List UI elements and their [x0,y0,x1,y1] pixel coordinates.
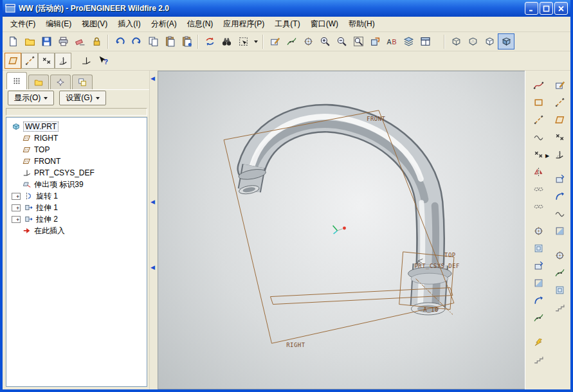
tree-row-extrude-2[interactable]: + 拉伸 2 [8,213,147,225]
datum-plane-button[interactable] [551,77,568,93]
hole-tool-2-button[interactable] [551,247,568,263]
tab-folder-browser[interactable] [28,75,49,89]
shell-tool-2-button[interactable] [551,282,568,298]
menu-info[interactable]: 信息(N) [182,17,219,31]
reorient-button[interactable] [367,33,383,49]
faucet-model[interactable] [238,117,451,315]
menu-edit[interactable]: 编辑(E) [41,17,77,31]
hole-tool-button[interactable] [530,223,547,239]
context-help-button[interactable] [95,53,111,69]
collapse-panel-arrow[interactable]: ◀ [150,76,155,82]
section-sweep-button[interactable] [530,310,547,326]
round-tool-button[interactable] [530,292,547,308]
style-tool-button[interactable] [530,352,547,368]
find-button[interactable] [218,33,235,49]
maximize-button[interactable] [540,2,553,15]
sketched-curve-button[interactable] [530,94,547,111]
datum-axis-display-button[interactable] [283,33,300,49]
regenerate-button[interactable] [201,33,218,49]
tab-model-tree[interactable] [6,72,27,89]
menu-tools[interactable]: 工具(T) [269,17,305,31]
menu-insert[interactable]: 插入(I) [113,17,145,31]
tree-row-extrude-1[interactable]: + 拉伸 1 [8,202,147,213]
sketch-tool-button[interactable] [551,112,568,128]
draft-tool-button[interactable] [530,258,547,274]
merge-geometry-button[interactable] [530,199,547,215]
datum-curve-tool-button[interactable] [78,53,95,69]
tree-row-part[interactable]: WW.PRT [8,121,147,132]
datum-label-axis[interactable]: A_10 [423,307,438,313]
annotation-button[interactable] [383,33,400,49]
datum-point-display-button[interactable] [300,33,316,49]
save-button[interactable] [38,33,55,49]
expand-toggle[interactable]: + [12,193,21,200]
show-dropdown-button[interactable]: 显示(O) [8,91,54,105]
refit-button[interactable] [350,33,367,49]
shell-tool-button[interactable] [530,240,547,256]
tree-row-insert-here[interactable]: 在此插入 [8,225,147,236]
redo-button[interactable] [128,33,145,49]
layers-button[interactable] [400,33,417,49]
tree-row-front-plane[interactable]: FRONT [8,156,147,167]
menu-applications[interactable]: 应用程序(P) [218,17,269,31]
menu-file[interactable]: 文件(F) [5,17,41,31]
settings-dropdown-button[interactable]: 设置(G) [59,91,105,105]
rib-tool-button[interactable] [551,299,568,316]
datum-label-right[interactable]: RIGHT [286,342,305,348]
datum-label-front[interactable]: FRONT [367,116,385,122]
tree-row-top-plane[interactable]: TOP [8,144,147,156]
shaded-button[interactable] [498,33,514,49]
menu-window[interactable]: 窗口(W) [305,17,343,31]
new-button[interactable] [5,33,21,49]
wrap-curve-button[interactable] [530,129,547,145]
3d-canvas[interactable]: FRONT TOP PRT_CSYS_DEF A_10 RIGHT [158,71,525,389]
datum-point-button[interactable] [551,129,568,145]
open-button[interactable] [21,33,38,49]
revolve-tool-button[interactable] [551,188,568,204]
copy-button[interactable] [145,33,161,49]
paste-button[interactable] [161,33,178,49]
minimize-button[interactable] [525,2,538,15]
tab-favorites[interactable] [50,75,71,89]
close-button[interactable] [554,2,568,15]
tree-row-revolve-1[interactable]: + 旋转 1 [8,190,147,202]
insert-datum-curve-button[interactable] [530,77,547,93]
menu-help[interactable]: 帮助(H) [343,17,380,31]
panel-splitter[interactable]: ◀ ◀ ◀ [149,71,158,389]
extrude-tool-button[interactable] [551,171,568,187]
datum-csys-tool-button[interactable] [55,53,71,69]
datum-plane-tool-button[interactable] [5,53,21,69]
sweep-tool-button[interactable] [551,206,568,222]
coordinate-system-button[interactable] [551,147,568,163]
print-button[interactable] [55,33,71,49]
hidden-line-button[interactable] [464,33,481,49]
graphics-viewport[interactable]: FRONT TOP PRT_CSYS_DEF A_10 RIGHT [158,71,525,389]
lock-button[interactable] [88,33,105,49]
select-filter-button[interactable] [235,33,251,49]
title-bar[interactable]: WW (活动的) - Pro/ENGINEER Wildfire 2.0 [3,0,570,17]
datum-points-button[interactable] [530,147,547,163]
menu-view[interactable]: 视图(V) [77,17,113,31]
datum-label-csys[interactable]: PRT_CSYS_DEF [415,263,460,269]
expand-toggle[interactable]: + [12,204,21,211]
boundary-blend-button[interactable] [530,334,547,350]
undo-button[interactable] [111,33,128,49]
blend-tool-button[interactable] [551,223,568,239]
tab-history[interactable] [72,75,93,89]
model-tree[interactable]: WW.PRT RIGHT TOP FRONT [6,117,147,387]
datum-plane-display-button[interactable] [266,33,283,49]
tree-row-right-plane[interactable]: RIGHT [8,132,147,144]
collapse-panel-arrow[interactable]: ◀ [150,199,155,205]
datum-point-tool-button[interactable] [38,53,55,69]
collapse-panel-arrow[interactable]: ◀ [150,265,155,271]
datum-label-top[interactable]: TOP [444,252,456,258]
erase-display-button[interactable] [71,33,88,49]
tree-row-protrusion[interactable]: 伸出项 标识39 [8,179,147,190]
round-tool-2-button[interactable] [551,265,568,281]
datum-axis-2-button[interactable] [551,94,568,111]
offset-points-button[interactable] [530,164,547,180]
datum-axis-tool-button[interactable] [21,53,38,69]
tree-row-csys[interactable]: PRT_CSYS_DEF [8,167,147,179]
expand-toggle[interactable]: + [12,216,21,223]
zoom-out-button[interactable] [333,33,350,49]
